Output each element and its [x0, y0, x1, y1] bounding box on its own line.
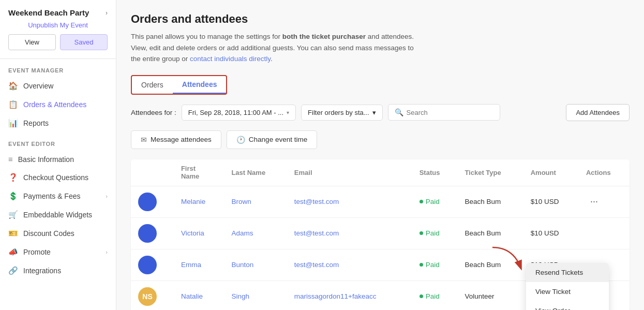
clock-icon: 🕐 — [236, 136, 245, 144]
change-event-time-label: Change event time — [249, 136, 307, 143]
cell-first-name: Victoria — [174, 217, 224, 249]
email-icon: ✉ — [141, 136, 147, 144]
unpublish-link[interactable]: Unpublish My Event — [8, 21, 108, 29]
orders-icon: 📋 — [8, 100, 18, 109]
filters-row: Attendees for : Fri, Sep 28, 2018, 11:00… — [131, 104, 630, 121]
cell-status: Paid — [412, 281, 458, 310]
arrow-annotation — [487, 245, 529, 277]
status-badge: Paid — [420, 229, 451, 237]
chevron-down-icon: ▾ — [372, 109, 376, 116]
chevron-right-icon: › — [106, 9, 108, 17]
tabs-wrapper: Orders Attendees — [131, 75, 227, 95]
home-icon: 🏠 — [8, 81, 18, 91]
cell-amount: $10 USD — [523, 217, 579, 249]
status-badge: Paid — [420, 198, 451, 205]
event-manager-label: EVENT MANAGER — [0, 59, 116, 77]
sidebar-item-label: Integrations — [23, 267, 61, 275]
status-dot-icon — [420, 231, 423, 235]
th-amount: Amount — [523, 159, 579, 186]
th-avatar — [131, 159, 174, 186]
context-menu-resend[interactable]: Resend Tickets — [526, 263, 609, 282]
context-menu-view-ticket[interactable]: View Ticket — [526, 282, 609, 301]
sidebar-item-promote[interactable]: 📣 Promote › — [0, 243, 116, 261]
avatar — [138, 224, 157, 243]
th-last-name: Last Name — [224, 159, 287, 186]
reports-icon: 📊 — [8, 119, 18, 128]
sidebar-item-label: Embeddable Widgets — [23, 211, 92, 219]
sidebar-item-label: Checkout Questions — [23, 173, 88, 182]
sidebar-item-label: Promote — [23, 248, 51, 256]
sidebar-item-label: Reports — [23, 119, 49, 127]
change-event-time-button[interactable]: 🕐 Change event time — [227, 130, 317, 149]
th-ticket-type: Ticket Type — [457, 159, 523, 186]
sidebar-item-basic-info[interactable]: ≡ Basic Information — [0, 150, 116, 168]
sidebar-item-label: Discount Codes — [23, 229, 74, 238]
table-header-row: FirstName Last Name Email Status Ticket … — [131, 159, 630, 186]
page-title: Orders and attendees — [131, 12, 630, 26]
search-box[interactable]: 🔍 — [388, 104, 500, 121]
status-badge: Paid — [420, 261, 451, 269]
tab-attendees[interactable]: Attendees — [173, 76, 227, 94]
actions-menu-button[interactable]: ··· — [586, 194, 602, 209]
status-filter-dropdown[interactable]: Filter orders by sta... ▾ — [301, 105, 382, 121]
cell-email: test@test.com — [287, 249, 412, 281]
table-row: Victoria Adams test@test.com Paid Beach … — [131, 217, 630, 249]
cell-first-name: Natalie — [174, 281, 224, 310]
cell-email: test@test.com — [287, 217, 412, 249]
cell-ticket-type: Beach Bum — [457, 186, 523, 217]
action-buttons-row: ✉ Message attendees 🕐 Change event time — [131, 130, 630, 149]
cell-avatar — [131, 217, 174, 249]
cell-last-name: Brown — [224, 186, 287, 217]
list-icon: ≡ — [8, 155, 13, 164]
add-attendees-button[interactable]: Add Attendees — [566, 104, 630, 121]
search-input[interactable] — [407, 109, 493, 116]
sidebar-header: Weekend Beach Party › Unpublish My Event… — [0, 0, 116, 59]
page-description: This panel allows you to manage the sett… — [131, 31, 415, 65]
status-filter-value: Filter orders by sta... — [308, 109, 369, 116]
cell-email: test@test.com — [287, 186, 412, 217]
avatar — [138, 256, 157, 274]
cell-actions: ··· — [579, 186, 630, 217]
saved-button[interactable]: Saved — [60, 34, 108, 50]
checkout-icon: ❓ — [8, 173, 18, 182]
sidebar-item-label: Overview — [23, 82, 53, 90]
context-menu-view-order[interactable]: View Order — [526, 301, 609, 310]
sidebar-item-orders[interactable]: 📋 Orders & Attendees — [0, 95, 116, 114]
cell-last-name: Adams — [224, 217, 287, 249]
status-badge: Paid — [420, 292, 451, 300]
sidebar-item-payments[interactable]: 💲 Payments & Fees › — [0, 187, 116, 205]
sidebar-item-label: Basic Information — [18, 155, 74, 164]
sidebar-item-checkout[interactable]: ❓ Checkout Questions — [0, 168, 116, 187]
sidebar-item-overview[interactable]: 🏠 Overview — [0, 77, 116, 95]
sidebar-item-label: Orders & Attendees — [23, 100, 86, 109]
tab-orders[interactable]: Orders — [132, 76, 173, 94]
cell-last-name: Bunton — [224, 249, 287, 281]
discount-icon: 🎫 — [8, 229, 18, 238]
chevron-down-icon: ▾ — [287, 110, 289, 115]
sidebar-item-widgets[interactable]: 🛒 Embeddable Widgets — [0, 205, 116, 224]
view-button[interactable]: View — [8, 34, 56, 50]
sidebar-actions: View Saved — [8, 34, 108, 50]
sidebar-item-label: Payments & Fees — [23, 192, 81, 200]
cell-status: Paid — [412, 217, 458, 249]
status-dot-icon — [420, 263, 423, 267]
payments-icon: 💲 — [8, 191, 18, 201]
th-first-name: FirstName — [174, 159, 224, 186]
chevron-right-icon: › — [106, 193, 108, 199]
status-dot-icon — [420, 200, 423, 203]
table-row: Melanie Brown test@test.com Paid Beach B… — [131, 186, 630, 217]
message-attendees-button[interactable]: ✉ Message attendees — [131, 130, 221, 149]
search-icon: 🔍 — [395, 108, 403, 116]
cell-avatar — [131, 186, 174, 217]
cell-status: Paid — [412, 186, 458, 217]
sidebar-item-integrations[interactable]: 🔗 Integrations — [0, 261, 116, 280]
th-status: Status — [412, 159, 458, 186]
cell-avatar: NS — [131, 281, 174, 310]
attendees-for-label: Attendees for : — [131, 109, 176, 116]
date-filter-dropdown[interactable]: Fri, Sep 28, 2018, 11:00 AM - ... ▾ — [182, 105, 296, 121]
sidebar-item-discount[interactable]: 🎫 Discount Codes — [0, 224, 116, 243]
cell-first-name: Emma — [174, 249, 224, 281]
sidebar-item-reports[interactable]: 📊 Reports — [0, 114, 116, 132]
widgets-icon: 🛒 — [8, 210, 18, 219]
cell-amount: $10 USD — [523, 186, 579, 217]
